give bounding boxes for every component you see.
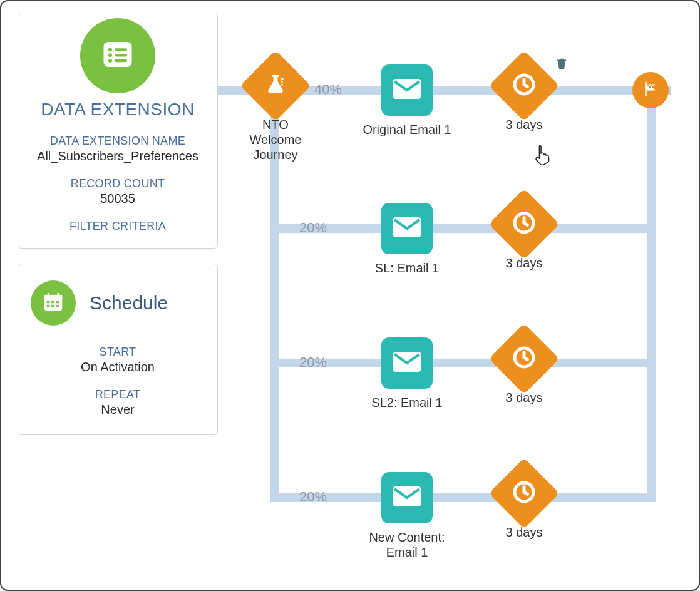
svg-rect-23 [651, 85, 652, 86]
clock-icon [512, 345, 537, 373]
de-record-count-label: RECORD COUNT [24, 177, 211, 190]
clock-icon [512, 72, 537, 100]
beaker-split-icon [262, 71, 289, 100]
svg-rect-13 [56, 301, 59, 303]
wait-node-3[interactable]: 3 days [486, 468, 562, 540]
email-label-0: Original Email 1 [357, 122, 457, 137]
svg-point-1 [108, 48, 112, 52]
de-record-count-value: 50035 [24, 192, 211, 206]
clock-icon [512, 210, 537, 238]
svg-rect-6 [115, 59, 127, 63]
envelope-icon [392, 215, 422, 242]
schedule-repeat-value: Never [27, 403, 208, 417]
schedule-header: Schedule [27, 274, 208, 331]
schedule-panel[interactable]: Schedule START On Activation REPEAT Neve… [18, 264, 218, 435]
schedule-start-value: On Activation [27, 360, 208, 374]
data-extension-icon-circle [80, 18, 155, 93]
email-node-2[interactable]: SL2: Email 1 [357, 337, 457, 410]
split-node[interactable]: NTO Welcome Journey [238, 61, 313, 162]
svg-rect-14 [47, 305, 50, 307]
email-label-3: New Content: Email 1 [357, 530, 457, 560]
svg-rect-24 [649, 86, 651, 88]
wait-node-1[interactable]: 3 days [486, 199, 562, 270]
data-extension-title: DATA EXTENSION [24, 100, 211, 120]
split-node-label: NTO Welcome Journey [238, 117, 313, 162]
wait-node-2[interactable]: 3 days [486, 334, 562, 405]
svg-rect-25 [652, 86, 654, 88]
left-panels: DATA EXTENSION DATA EXTENSION NAME All_S… [18, 13, 218, 450]
svg-rect-18 [281, 81, 282, 83]
email-node-0[interactable]: Original Email 1 [357, 64, 457, 137]
de-filter-criteria-label: FILTER CRITERIA [24, 220, 211, 233]
clock-icon [512, 480, 537, 507]
svg-rect-8 [44, 295, 63, 299]
svg-point-17 [281, 78, 284, 81]
journey-builder-canvas: DATA EXTENSION DATA EXTENSION NAME All_S… [0, 0, 700, 591]
svg-rect-22 [647, 85, 649, 86]
svg-point-5 [108, 59, 112, 63]
svg-point-3 [108, 53, 112, 57]
schedule-icon-circle [31, 280, 76, 326]
svg-rect-12 [51, 301, 54, 303]
de-name-label: DATA EXTENSION NAME [24, 135, 211, 148]
email-node-1[interactable]: SL: Email 1 [357, 203, 457, 275]
svg-rect-15 [51, 305, 54, 307]
pointer-cursor-icon [533, 144, 552, 168]
wait-node-0[interactable]: 3 days [486, 61, 562, 132]
envelope-icon [392, 349, 422, 377]
schedule-repeat-label: REPEAT [27, 388, 208, 401]
svg-rect-9 [48, 293, 49, 297]
schedule-title: Schedule [90, 292, 168, 314]
de-name-value: All_Subscribers_Preferences [24, 149, 211, 163]
svg-rect-19 [281, 84, 282, 85]
delete-icon[interactable] [555, 56, 569, 73]
list-icon [99, 36, 136, 76]
data-extension-panel[interactable]: DATA EXTENSION DATA EXTENSION NAME All_S… [18, 13, 218, 249]
path-percent-1: 20% [299, 220, 327, 236]
svg-rect-16 [56, 305, 59, 307]
schedule-start-label: START [27, 346, 208, 359]
svg-rect-4 [115, 54, 127, 57]
path-percent-0: 40% [314, 81, 342, 98]
calendar-icon [41, 290, 65, 316]
envelope-icon [392, 484, 422, 511]
email-node-3[interactable]: New Content: Email 1 [357, 472, 457, 560]
email-label-1: SL: Email 1 [357, 260, 457, 275]
envelope-icon [392, 76, 422, 104]
svg-rect-11 [47, 301, 50, 303]
svg-rect-10 [57, 293, 59, 297]
path-percent-2: 20% [299, 354, 327, 371]
path-percent-3: 20% [299, 489, 327, 505]
email-label-2: SL2: Email 1 [357, 395, 457, 410]
svg-rect-2 [115, 48, 127, 51]
exit-node[interactable] [632, 72, 669, 108]
finish-flag-icon [641, 80, 660, 101]
